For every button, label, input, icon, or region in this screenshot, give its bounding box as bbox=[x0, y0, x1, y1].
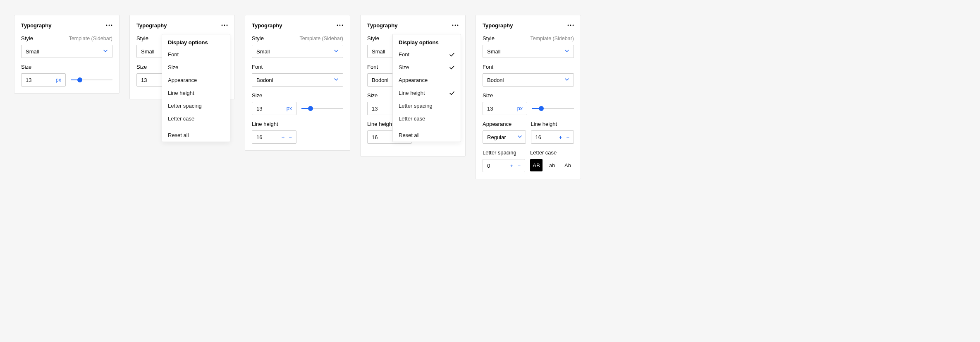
line-height-value: 16 bbox=[256, 134, 262, 140]
minus-icon[interactable]: − bbox=[289, 135, 292, 140]
font-select[interactable]: Bodoni bbox=[483, 73, 574, 87]
display-options-popover: Display options Font Size Appearance Lin… bbox=[162, 34, 230, 142]
more-icon[interactable] bbox=[337, 22, 343, 29]
chevron-down-icon bbox=[103, 48, 108, 55]
style-hint: Template (Sidebar) bbox=[530, 36, 574, 41]
svg-point-5 bbox=[227, 25, 228, 26]
font-label: Font bbox=[367, 64, 378, 70]
typography-panel-5: Typography Style Template (Sidebar) Smal… bbox=[476, 15, 581, 179]
option-letter-spacing[interactable]: Letter spacing bbox=[162, 99, 230, 112]
svg-point-1 bbox=[109, 25, 110, 26]
more-icon[interactable] bbox=[106, 22, 112, 29]
popover-title: Display options bbox=[393, 34, 461, 48]
svg-point-6 bbox=[337, 25, 338, 26]
option-appearance[interactable]: Appearance bbox=[162, 74, 230, 87]
size-value: 13 bbox=[26, 77, 31, 83]
svg-point-14 bbox=[573, 25, 574, 26]
style-label: Style bbox=[483, 35, 495, 41]
size-slider[interactable] bbox=[301, 105, 343, 112]
appearance-select[interactable]: Regular bbox=[483, 130, 526, 144]
case-lower-button[interactable]: ab bbox=[546, 159, 558, 171]
svg-point-13 bbox=[570, 25, 571, 26]
size-value: 13 bbox=[487, 106, 493, 112]
option-line-height[interactable]: Line height bbox=[393, 87, 461, 99]
svg-point-12 bbox=[568, 25, 569, 26]
check-icon bbox=[449, 52, 455, 58]
svg-point-10 bbox=[455, 25, 456, 26]
size-value: 13 bbox=[256, 106, 262, 112]
style-select[interactable]: Small bbox=[21, 45, 112, 58]
style-value: Small bbox=[26, 48, 39, 55]
plus-icon[interactable]: + bbox=[282, 135, 285, 140]
size-input[interactable]: 13 px bbox=[483, 102, 527, 115]
popover-title: Display options bbox=[162, 34, 230, 48]
plus-icon[interactable]: + bbox=[510, 163, 514, 169]
size-label: Size bbox=[21, 64, 31, 70]
panel-title: Typography bbox=[136, 22, 167, 29]
line-height-input[interactable]: 16 + − bbox=[252, 130, 296, 144]
svg-point-2 bbox=[111, 25, 112, 26]
option-font[interactable]: Font bbox=[162, 48, 230, 61]
chevron-down-icon bbox=[564, 48, 569, 55]
line-height-value: 16 bbox=[372, 134, 378, 140]
style-select[interactable]: Small bbox=[252, 45, 343, 58]
option-size[interactable]: Size bbox=[162, 61, 230, 74]
size-value: 13 bbox=[372, 106, 378, 112]
typography-panel-2: Typography Style Small Size 13 Display o… bbox=[129, 15, 235, 99]
style-value: Small bbox=[256, 48, 270, 55]
more-icon[interactable] bbox=[567, 22, 574, 29]
panel-title: Typography bbox=[483, 22, 513, 29]
case-title-button[interactable]: Ab bbox=[562, 159, 574, 171]
font-label: Font bbox=[252, 64, 263, 70]
letter-spacing-input[interactable]: 0 + − bbox=[483, 159, 525, 172]
check-icon bbox=[449, 65, 455, 70]
size-unit: px bbox=[517, 106, 523, 111]
chevron-down-icon bbox=[334, 77, 339, 83]
minus-icon[interactable]: − bbox=[566, 135, 569, 140]
svg-point-4 bbox=[224, 25, 225, 26]
style-value: Small bbox=[372, 48, 385, 55]
check-icon bbox=[449, 103, 455, 109]
size-label: Size bbox=[367, 92, 378, 99]
style-value: Small bbox=[487, 48, 501, 55]
font-select[interactable]: Bodoni bbox=[252, 73, 343, 87]
size-value: 13 bbox=[141, 77, 147, 83]
option-size[interactable]: Size bbox=[393, 61, 461, 74]
plus-icon[interactable]: + bbox=[559, 135, 562, 140]
size-input[interactable]: 13 px bbox=[252, 102, 296, 115]
size-unit: px bbox=[287, 106, 292, 111]
panel-title: Typography bbox=[21, 22, 51, 29]
minus-icon[interactable]: − bbox=[517, 163, 521, 169]
panel-title: Typography bbox=[367, 22, 397, 29]
size-label: Size bbox=[483, 92, 493, 99]
font-value: Bodoni bbox=[256, 77, 273, 83]
style-select[interactable]: Small bbox=[483, 45, 574, 58]
appearance-value: Regular bbox=[487, 134, 506, 140]
chevron-down-icon bbox=[517, 134, 522, 140]
option-reset-all[interactable]: Reset all bbox=[162, 129, 230, 142]
typography-panel-4: Typography Style Small Font Bodoni Size … bbox=[360, 15, 466, 157]
case-upper-button[interactable]: AB bbox=[530, 159, 543, 171]
option-font[interactable]: Font bbox=[393, 48, 461, 61]
more-icon[interactable] bbox=[452, 22, 459, 29]
letter-case-label: Letter case bbox=[530, 149, 557, 156]
option-appearance[interactable]: Appearance bbox=[393, 74, 461, 87]
size-input[interactable]: 13 px bbox=[21, 73, 66, 87]
size-slider[interactable] bbox=[71, 77, 112, 83]
line-height-input[interactable]: 16 + − bbox=[531, 130, 574, 144]
option-letter-case[interactable]: Letter case bbox=[162, 112, 230, 125]
svg-point-3 bbox=[222, 25, 223, 26]
size-label: Size bbox=[136, 64, 147, 70]
option-reset-all[interactable]: Reset all bbox=[393, 129, 461, 142]
size-slider[interactable] bbox=[532, 105, 574, 112]
letter-case-group: AB ab Ab bbox=[530, 159, 574, 171]
style-label: Style bbox=[21, 35, 33, 41]
option-letter-spacing[interactable]: Letter spacing bbox=[393, 99, 461, 112]
letter-spacing-value: 0 bbox=[487, 163, 490, 169]
more-icon[interactable] bbox=[221, 22, 228, 29]
option-line-height[interactable]: Line height bbox=[162, 87, 230, 99]
font-value: Bodoni bbox=[487, 77, 504, 83]
line-height-label: Line height bbox=[531, 121, 557, 127]
option-letter-case[interactable]: Letter case bbox=[393, 112, 461, 125]
font-value: Bodoni bbox=[372, 77, 388, 83]
